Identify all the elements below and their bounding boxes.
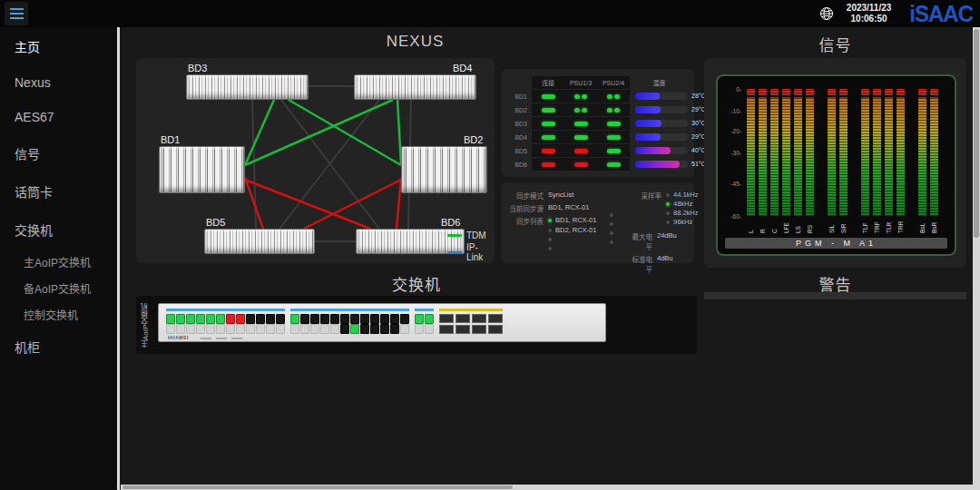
sync-mode-label: 同步模式 <box>508 191 548 201</box>
meter-bar <box>747 89 755 216</box>
psu-indicator <box>607 135 621 140</box>
status-corner <box>505 76 532 89</box>
rate-option[interactable]: 44.1kHz <box>666 191 699 199</box>
sidebar-item-signal[interactable]: 信号 <box>0 134 120 172</box>
port-block-a <box>166 309 285 334</box>
sidebar-item-control-switch[interactable]: 控制交换机 <box>0 301 120 328</box>
sidebar-item-aes67[interactable]: AES67 <box>0 100 120 134</box>
status-temp: 40°C <box>630 144 689 157</box>
port <box>176 324 185 334</box>
sync-list-entries: BD1, RCX-01BD2, RCX-01 <box>548 216 596 254</box>
meter-trr: TRR <box>895 89 906 233</box>
meter-channel-label: TRR <box>897 219 904 233</box>
meter-bar <box>861 89 869 216</box>
meter-channel-label: SiL <box>828 219 835 233</box>
top-bar: 2023/11/23 10:06:50 iSAAC <box>0 0 980 27</box>
sync-list-item: BD1, RCX-01 <box>548 216 596 224</box>
bd3-device[interactable] <box>186 74 309 100</box>
scale-0: 0 <box>736 86 741 93</box>
port <box>246 314 255 324</box>
meter-tlf: TLF <box>859 89 871 233</box>
sfp-cage <box>488 325 503 334</box>
rate-option[interactable]: 88.2kHz <box>666 209 699 217</box>
port <box>370 314 379 324</box>
port <box>310 314 319 324</box>
datetime: 2023/11/23 10:06:50 <box>847 3 892 25</box>
status-row-name: BD6 <box>505 158 532 171</box>
port <box>300 324 309 334</box>
meter-channel-label: R <box>760 219 766 233</box>
switch-device: HUAWEI <box>158 303 606 342</box>
status-col-0: 连接 <box>532 76 564 89</box>
nexus-title: NEXUS <box>136 33 694 51</box>
max-level-label: 最大电平 <box>626 231 657 251</box>
port <box>186 314 195 324</box>
sync-dot-col2 <box>610 231 613 235</box>
horizontal-scrollbar[interactable] <box>121 485 973 490</box>
sidebar-item-miccard[interactable]: 话筒卡 <box>0 172 120 211</box>
port <box>330 324 339 334</box>
status-row-name: BD5 <box>505 144 532 157</box>
meter-tlr: TLR <box>883 89 895 233</box>
meter-r: R <box>757 89 769 233</box>
port <box>206 314 215 324</box>
bd6-label: BD6 <box>441 217 460 228</box>
port <box>176 314 185 324</box>
hamburger-menu-icon[interactable] <box>5 2 28 25</box>
sidebar-item-switch[interactable]: 交换机 <box>0 211 120 249</box>
status-row-name: BD3 <box>505 117 532 130</box>
switches-title: 交换机 <box>136 272 697 295</box>
port <box>320 314 329 324</box>
max-level-value: 24dBu <box>657 231 677 251</box>
sync-list: 同步列表BD1, RCX-01BD2, RCX-01 <box>508 216 615 254</box>
bd5-device[interactable] <box>204 229 315 254</box>
psu-indicator <box>574 122 588 126</box>
signal-panel: 0-10-20-30-45-60 LRCLFELSRSSiLSiRTLFTRFT… <box>704 58 966 268</box>
sidebar-item-cabinet[interactable]: 机柜 <box>0 328 120 366</box>
port <box>425 314 434 324</box>
bd4-device[interactable] <box>354 74 476 100</box>
meter-bar <box>794 89 802 216</box>
device-fine-print <box>201 338 242 339</box>
port <box>340 324 349 334</box>
temp-bar: 51°C <box>635 161 688 168</box>
status-conn <box>532 158 564 171</box>
globe-icon[interactable] <box>819 6 834 21</box>
bd2-device[interactable] <box>401 146 487 193</box>
bd-status-panel: 连接PSU1/3PSU2/4温度BD128°CBD229°CBD330°CBD4… <box>501 69 694 177</box>
signal-title: 信号 <box>704 33 966 55</box>
sync-list-item: BD2, RCX-01 <box>548 226 596 234</box>
port <box>360 314 369 324</box>
port <box>166 314 175 324</box>
scale--10: -10 <box>730 107 741 113</box>
meter-l: L <box>745 89 757 233</box>
port <box>380 324 389 334</box>
meter-bsl: BsL <box>916 89 928 233</box>
status-psu2 <box>597 103 630 116</box>
sfp-cage <box>456 314 470 323</box>
rate-option[interactable]: 48kHz <box>666 200 699 208</box>
temp-fill <box>635 133 661 141</box>
sfp-cage <box>439 314 454 323</box>
meter-trf: TRF <box>871 89 883 233</box>
vertical-scrollbar[interactable] <box>973 27 980 490</box>
sidebar-item-nexus[interactable]: Nexus <box>0 65 120 100</box>
sidebar-item-home[interactable]: 主页 <box>0 27 120 65</box>
temp-fill <box>635 147 671 154</box>
bd1-device[interactable] <box>159 146 245 193</box>
meter-sir: SiR <box>838 89 849 233</box>
bd4-label: BD4 <box>453 63 472 74</box>
sync-source-label: 当前同步源 <box>508 203 548 213</box>
sidebar-scrollbar[interactable] <box>117 27 120 490</box>
sidebar-item-main-aoip-switch[interactable]: 主AoIP交换机 <box>0 249 120 275</box>
conn-indicator <box>542 122 555 126</box>
rate-option[interactable]: 96kHz <box>666 218 699 226</box>
sfp-cage <box>456 325 470 334</box>
switch-row-1[interactable]: 主AoIP交换机HUAWEI <box>136 296 697 354</box>
sfp-cages <box>439 309 503 334</box>
port <box>320 324 329 334</box>
status-temp: 28°C <box>630 90 689 103</box>
meter-channel-label: BsR <box>931 219 937 233</box>
port <box>226 324 235 334</box>
sidebar-item-backup-aoip-switch[interactable]: 备AoIP交换机 <box>0 275 120 301</box>
